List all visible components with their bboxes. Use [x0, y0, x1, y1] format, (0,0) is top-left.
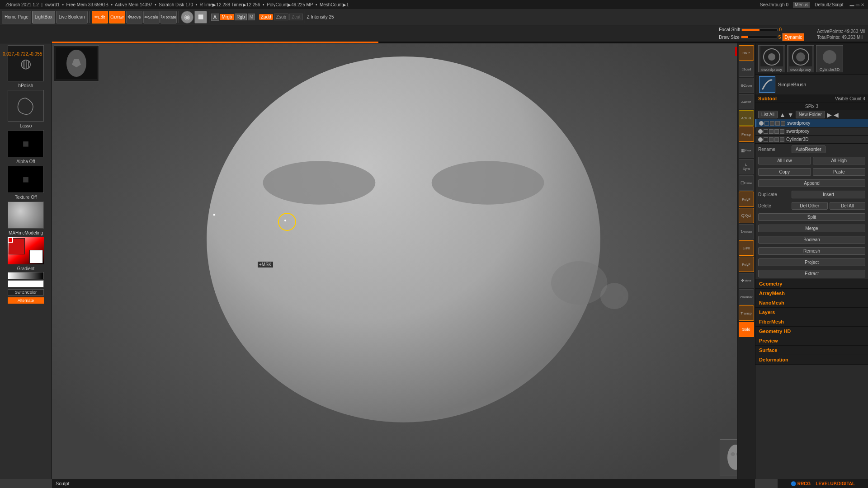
- draw-size-slider[interactable]: [741, 36, 777, 38]
- vis-dot-1[interactable]: [759, 121, 764, 126]
- move2-btn[interactable]: ✥Move: [739, 273, 754, 288]
- merge-btn[interactable]: Merge: [758, 225, 865, 232]
- a-mode-btn[interactable]: A: [211, 14, 219, 21]
- white-swatch[interactable]: [8, 280, 44, 287]
- auto-reorder-btn[interactable]: AutoReorder: [792, 145, 826, 153]
- extra-3[interactable]: [780, 137, 784, 142]
- brush-thumb-1[interactable]: swordproxy: [758, 45, 785, 72]
- zoomd-btn[interactable]: Zoom3D: [739, 289, 754, 305]
- project-btn[interactable]: Project: [758, 258, 865, 266]
- nanomesh-header[interactable]: NanoMesh: [755, 298, 868, 307]
- color-picker[interactable]: [8, 237, 44, 264]
- boolean-btn[interactable]: Boolean: [758, 236, 865, 244]
- texture-swatch[interactable]: ■: [8, 166, 44, 193]
- all-high-btn[interactable]: All High: [813, 157, 866, 164]
- extra-2[interactable]: [780, 129, 784, 134]
- new-folder-arrow[interactable]: ▶: [827, 111, 832, 118]
- brush-preview[interactable]: ◍: [8, 45, 44, 81]
- del-other-btn[interactable]: Del Other: [792, 202, 828, 210]
- solo-1[interactable]: [770, 121, 774, 126]
- new-folder-btn[interactable]: New Folder: [796, 111, 825, 118]
- lock-2[interactable]: [764, 129, 768, 134]
- arraymesh-header[interactable]: ArrayMesh: [755, 289, 868, 298]
- see-through-control[interactable]: See-through 0: [758, 2, 790, 7]
- lightbox-btn[interactable]: LightBox: [32, 11, 55, 23]
- split-btn[interactable]: Split: [758, 213, 865, 221]
- zsub-btn[interactable]: Zsub: [274, 14, 288, 20]
- move-btn[interactable]: ✥ Move: [126, 11, 142, 23]
- lock-3[interactable]: [764, 137, 768, 142]
- dynamic-btn[interactable]: Dynamic: [782, 33, 804, 41]
- alpha-swatch[interactable]: ■: [8, 130, 44, 157]
- actual-btn[interactable]: Actual: [739, 110, 754, 126]
- copy-btn[interactable]: Copy: [758, 168, 811, 176]
- fibermesh-header[interactable]: FiberMesh: [755, 317, 868, 326]
- layers-header[interactable]: Layers: [755, 308, 868, 317]
- surface-header[interactable]: Surface: [755, 346, 868, 355]
- new-folder-arrow2[interactable]: ◀: [834, 111, 839, 118]
- color-square-btn[interactable]: ⬜: [194, 11, 207, 23]
- polyf-btn[interactable]: PolyF: [739, 192, 754, 207]
- geo-3[interactable]: [774, 137, 779, 142]
- lock-1[interactable]: [764, 121, 769, 126]
- brp-btn[interactable]: BRP: [739, 45, 754, 61]
- polyf2-btn[interactable]: PolyF: [739, 257, 754, 272]
- subtool-item-1[interactable]: swordproxy: [755, 119, 868, 127]
- solo-3[interactable]: [769, 137, 774, 142]
- solo-btn[interactable]: Solo: [739, 322, 754, 337]
- lasso-preview[interactable]: [8, 90, 44, 122]
- append-btn[interactable]: Append: [758, 179, 865, 187]
- m-btn[interactable]: M: [248, 14, 255, 20]
- mrgb-btn[interactable]: Mrgb: [220, 14, 234, 20]
- canvas-thumbnail[interactable]: [54, 45, 99, 81]
- geometryhd-header[interactable]: Geometry HD: [755, 327, 868, 336]
- vis-dot-3[interactable]: [758, 137, 763, 142]
- material-sphere[interactable]: ◉: [181, 11, 193, 23]
- brush-thumb-3[interactable]: Cylinder3D: [816, 45, 843, 72]
- focal-shift-slider[interactable]: [741, 28, 778, 31]
- geo-1[interactable]: [775, 121, 780, 126]
- switch-color-btn[interactable]: SwitchColor: [8, 289, 44, 296]
- del-all-btn[interactable]: Del All: [830, 202, 866, 210]
- draw-btn[interactable]: ⬡ Draw: [109, 11, 125, 23]
- zadd-btn[interactable]: Zadd: [259, 14, 273, 20]
- subtool-item-3[interactable]: Cylinder3D: [755, 136, 868, 144]
- rotate-btn[interactable]: ↻ Rotate: [160, 11, 177, 23]
- scroll-btn[interactable]: ↕Scroll: [739, 61, 754, 77]
- floor-btn[interactable]: ▦Floor: [739, 143, 754, 158]
- all-low-btn[interactable]: All Low: [758, 157, 811, 164]
- preview-header[interactable]: Preview: [755, 336, 868, 345]
- alternate-btn[interactable]: Alternate: [8, 297, 44, 304]
- list-arrow-down[interactable]: ▼: [788, 111, 794, 118]
- solo-2[interactable]: [769, 129, 774, 134]
- rgb-btn[interactable]: Rgb: [235, 14, 246, 20]
- zcut-btn[interactable]: Zcut: [289, 14, 302, 20]
- brush-thumb-2[interactable]: swordproxy: [787, 45, 814, 72]
- scale-btn[interactable]: ⇔ Scale: [143, 11, 160, 23]
- geometry-header[interactable]: Geometry: [755, 279, 868, 288]
- transp-btn[interactable]: Transp: [739, 305, 754, 321]
- zoom-btn[interactable]: ⊕Zoom: [739, 78, 754, 93]
- gradient-bar[interactable]: [8, 272, 44, 279]
- canvas-background[interactable]: +MSK: [52, 43, 755, 479]
- lnfill-btn[interactable]: LnFll: [739, 240, 754, 256]
- home-page-btn[interactable]: Home Page: [2, 11, 31, 23]
- aahalf-btn[interactable]: AAHalf: [739, 94, 754, 109]
- deformation-header[interactable]: Deformation: [755, 355, 868, 364]
- paste-btn[interactable]: Paste: [813, 168, 866, 176]
- xyz-btn[interactable]: QXyz: [739, 208, 754, 223]
- list-arrow-up[interactable]: ▲: [779, 111, 786, 118]
- insert-btn[interactable]: Insert: [792, 191, 865, 198]
- vis-dot-2[interactable]: [758, 129, 763, 134]
- frame-btn[interactable]: ☐Frame: [739, 175, 754, 191]
- main-canvas[interactable]: +MSK: [52, 43, 755, 479]
- lsym-btn[interactable]: LSym: [739, 159, 754, 174]
- geo-2[interactable]: [774, 129, 779, 134]
- simple-brush-icon[interactable]: [759, 76, 775, 93]
- extra-1[interactable]: [781, 121, 785, 126]
- persp-btn[interactable]: Persp: [739, 127, 754, 142]
- material-swatch[interactable]: [8, 202, 44, 229]
- rotate2-btn[interactable]: ↻Rotate: [739, 224, 754, 239]
- remesh-btn[interactable]: Remesh: [758, 247, 865, 255]
- menus-btn[interactable]: Menus: [793, 2, 810, 8]
